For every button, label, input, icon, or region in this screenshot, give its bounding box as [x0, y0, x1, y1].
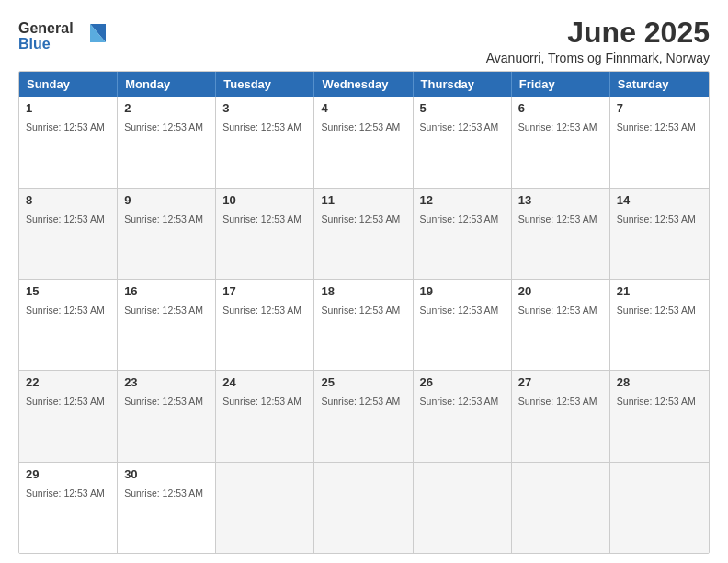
sunrise-time: Sunrise: 12:53 AM — [518, 121, 597, 132]
header-tuesday: Tuesday — [216, 72, 314, 97]
sunrise-time: Sunrise: 12:53 AM — [420, 213, 499, 224]
cal-cell-8: 8Sunrise: 12:53 AM — [19, 189, 118, 279]
sunrise-time: Sunrise: 12:53 AM — [321, 213, 400, 224]
day-number: 13 — [518, 193, 603, 207]
day-number: 21 — [617, 284, 702, 298]
day-number: 3 — [222, 101, 307, 115]
cal-cell-21: 21Sunrise: 12:53 AM — [610, 280, 709, 370]
cal-cell-empty — [314, 463, 413, 553]
day-number: 12 — [420, 193, 505, 207]
location-subtitle: Avanuorri, Troms og Finnmark, Norway — [486, 51, 710, 65]
day-number: 6 — [518, 101, 603, 115]
sunrise-time: Sunrise: 12:53 AM — [124, 396, 203, 407]
cal-cell-20: 20Sunrise: 12:53 AM — [512, 280, 610, 370]
page: General Blue June 2025 Avanuorri, Troms … — [0, 0, 728, 563]
sunrise-time: Sunrise: 12:53 AM — [420, 396, 499, 407]
header-saturday: Saturday — [610, 72, 709, 97]
day-number: 16 — [124, 284, 209, 298]
day-number: 28 — [617, 375, 702, 389]
day-number: 8 — [26, 193, 110, 207]
sunrise-time: Sunrise: 12:53 AM — [124, 121, 203, 132]
day-number: 25 — [321, 375, 405, 389]
sunrise-time: Sunrise: 12:53 AM — [518, 213, 597, 224]
day-number: 18 — [321, 284, 405, 298]
day-number: 22 — [26, 375, 110, 389]
sunrise-time: Sunrise: 12:53 AM — [420, 304, 499, 316]
sunrise-time: Sunrise: 12:53 AM — [222, 213, 301, 224]
sunrise-time: Sunrise: 12:53 AM — [420, 121, 499, 132]
calendar-week-4: 22Sunrise: 12:53 AM23Sunrise: 12:53 AM24… — [19, 371, 709, 462]
sunrise-time: Sunrise: 12:53 AM — [617, 396, 696, 407]
cal-cell-empty — [414, 463, 512, 553]
cal-cell-30: 30Sunrise: 12:53 AM — [118, 463, 216, 553]
sunrise-time: Sunrise: 12:53 AM — [518, 396, 597, 407]
day-number: 15 — [26, 284, 110, 298]
cal-cell-29: 29Sunrise: 12:53 AM — [19, 463, 118, 553]
day-number: 7 — [617, 101, 702, 115]
cal-cell-26: 26Sunrise: 12:53 AM — [414, 371, 512, 461]
cal-cell-10: 10Sunrise: 12:53 AM — [216, 189, 314, 279]
cal-cell-13: 13Sunrise: 12:53 AM — [512, 189, 610, 279]
cal-cell-empty — [610, 463, 709, 553]
header: General Blue June 2025 Avanuorri, Troms … — [18, 17, 710, 65]
day-number: 1 — [26, 101, 110, 115]
day-number: 17 — [222, 284, 307, 298]
calendar-body: 1Sunrise: 12:53 AM2Sunrise: 12:53 AM3Sun… — [19, 97, 709, 553]
cal-cell-25: 25Sunrise: 12:53 AM — [314, 371, 413, 461]
header-sunday: Sunday — [19, 72, 118, 97]
sunrise-time: Sunrise: 12:53 AM — [617, 304, 696, 316]
cal-cell-3: 3Sunrise: 12:53 AM — [216, 97, 314, 187]
sunrise-time: Sunrise: 12:53 AM — [124, 304, 203, 316]
cal-cell-19: 19Sunrise: 12:53 AM — [414, 280, 512, 370]
day-number: 27 — [518, 375, 603, 389]
day-number: 23 — [124, 375, 209, 389]
cal-cell-27: 27Sunrise: 12:53 AM — [512, 371, 610, 461]
cal-cell-empty — [216, 463, 314, 553]
cal-cell-7: 7Sunrise: 12:53 AM — [610, 97, 709, 187]
calendar-week-1: 1Sunrise: 12:53 AM2Sunrise: 12:53 AM3Sun… — [19, 97, 709, 188]
day-number: 20 — [518, 284, 603, 298]
calendar-header: Sunday Monday Tuesday Wednesday Thursday… — [19, 72, 709, 97]
day-number: 29 — [26, 467, 110, 481]
logo-text: General Blue — [18, 17, 106, 61]
day-number: 24 — [222, 375, 307, 389]
sunrise-time: Sunrise: 12:53 AM — [617, 121, 696, 132]
day-number: 4 — [321, 101, 405, 115]
cal-cell-4: 4Sunrise: 12:53 AM — [314, 97, 413, 187]
day-number: 11 — [321, 193, 405, 207]
svg-text:Blue: Blue — [18, 36, 51, 52]
sunrise-time: Sunrise: 12:53 AM — [124, 213, 203, 224]
day-number: 2 — [124, 101, 209, 115]
title-section: June 2025 Avanuorri, Troms og Finnmark, … — [486, 17, 710, 65]
sunrise-time: Sunrise: 12:53 AM — [321, 121, 400, 132]
calendar-week-3: 15Sunrise: 12:53 AM16Sunrise: 12:53 AM17… — [19, 280, 709, 371]
sunrise-time: Sunrise: 12:53 AM — [617, 213, 696, 224]
sunrise-time: Sunrise: 12:53 AM — [222, 121, 301, 132]
calendar-week-5: 29Sunrise: 12:53 AM30Sunrise: 12:53 AM — [19, 463, 709, 553]
month-year-title: June 2025 — [486, 17, 710, 49]
header-wednesday: Wednesday — [314, 72, 413, 97]
cal-cell-22: 22Sunrise: 12:53 AM — [19, 371, 118, 461]
cal-cell-empty — [512, 463, 610, 553]
header-thursday: Thursday — [414, 72, 512, 97]
cal-cell-18: 18Sunrise: 12:53 AM — [314, 280, 413, 370]
cal-cell-2: 2Sunrise: 12:53 AM — [118, 97, 216, 187]
cal-cell-15: 15Sunrise: 12:53 AM — [19, 280, 118, 370]
sunrise-time: Sunrise: 12:53 AM — [124, 488, 203, 499]
cal-cell-24: 24Sunrise: 12:53 AM — [216, 371, 314, 461]
day-number: 5 — [420, 101, 505, 115]
cal-cell-9: 9Sunrise: 12:53 AM — [118, 189, 216, 279]
day-number: 19 — [420, 284, 505, 298]
cal-cell-16: 16Sunrise: 12:53 AM — [118, 280, 216, 370]
calendar-week-2: 8Sunrise: 12:53 AM9Sunrise: 12:53 AM10Su… — [19, 189, 709, 280]
sunrise-time: Sunrise: 12:53 AM — [26, 213, 105, 224]
sunrise-time: Sunrise: 12:53 AM — [321, 304, 400, 316]
day-number: 26 — [420, 375, 505, 389]
sunrise-time: Sunrise: 12:53 AM — [26, 121, 105, 132]
sunrise-time: Sunrise: 12:53 AM — [26, 304, 105, 316]
cal-cell-23: 23Sunrise: 12:53 AM — [118, 371, 216, 461]
cal-cell-11: 11Sunrise: 12:53 AM — [314, 189, 413, 279]
sunrise-time: Sunrise: 12:53 AM — [518, 304, 597, 316]
day-number: 14 — [617, 193, 702, 207]
sunrise-time: Sunrise: 12:53 AM — [222, 304, 301, 316]
